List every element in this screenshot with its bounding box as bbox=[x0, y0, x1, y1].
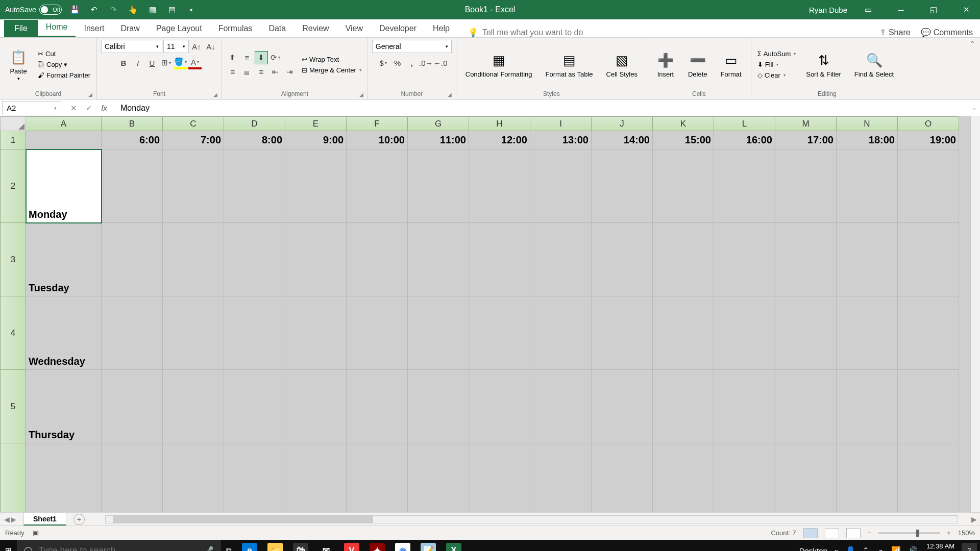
share-button[interactable]: ⇪Share bbox=[879, 28, 911, 37]
row-header-1[interactable]: 1 bbox=[1, 131, 26, 149]
cell-K4[interactable] bbox=[653, 296, 714, 370]
sort-filter-button[interactable]: ⇅Sort & Filter bbox=[801, 49, 846, 80]
autosave-toggle[interactable]: AutoSave Off bbox=[5, 5, 62, 15]
sheet-tab-active[interactable]: Sheet1 bbox=[23, 513, 66, 525]
cell-L2[interactable] bbox=[714, 149, 775, 223]
insert-cells-button[interactable]: ➕Insert bbox=[651, 49, 680, 80]
app-pinned-1[interactable]: ✦ bbox=[364, 540, 390, 551]
cell-B6[interactable] bbox=[102, 443, 163, 513]
font-color-button[interactable]: A bbox=[188, 56, 202, 69]
cell-A1[interactable] bbox=[26, 131, 102, 149]
col-header-L[interactable]: L bbox=[714, 117, 775, 131]
alignment-launcher-icon[interactable]: ◢ bbox=[359, 92, 363, 97]
decrease-indent-icon[interactable]: ⇤ bbox=[269, 65, 282, 79]
cell-D4[interactable] bbox=[224, 296, 285, 370]
maximize-button[interactable]: ◱ bbox=[922, 0, 945, 19]
cell-J2[interactable] bbox=[592, 149, 653, 223]
font-size-combo[interactable]: 11▾ bbox=[163, 40, 189, 53]
undo-icon[interactable]: ↶ bbox=[88, 4, 101, 16]
cell-styles-button[interactable]: ▧Cell Styles bbox=[601, 49, 643, 80]
cell-K1[interactable]: 15:00 bbox=[653, 131, 714, 149]
cell-B5[interactable] bbox=[102, 370, 163, 443]
cell-N4[interactable] bbox=[837, 296, 898, 370]
col-header-A[interactable]: A bbox=[26, 117, 102, 131]
cell-I6[interactable] bbox=[530, 443, 592, 513]
row-header-3[interactable]: 3 bbox=[1, 223, 26, 296]
cell-J4[interactable] bbox=[592, 296, 653, 370]
cell-C5[interactable] bbox=[163, 370, 224, 443]
cell-K6[interactable] bbox=[653, 443, 714, 513]
underline-button[interactable]: U bbox=[145, 56, 159, 69]
prev-sheet-icon[interactable]: ◀ bbox=[4, 515, 10, 523]
cell-E3[interactable] bbox=[285, 223, 347, 296]
increase-indent-icon[interactable]: ⇥ bbox=[283, 65, 297, 79]
cell-G6[interactable] bbox=[408, 443, 469, 513]
tab-home[interactable]: Home bbox=[38, 18, 76, 37]
comma-format-icon[interactable]: , bbox=[405, 56, 419, 69]
spreadsheet-grid[interactable]: ABCDEFGHIJKLMNO16:007:008:009:0010:0011:… bbox=[0, 116, 980, 512]
expand-formula-bar-icon[interactable]: ⌄ bbox=[968, 105, 980, 111]
cell-J6[interactable] bbox=[592, 443, 653, 513]
cell-G1[interactable]: 11:00 bbox=[408, 131, 469, 149]
zoom-slider[interactable] bbox=[878, 532, 940, 534]
format-painter-button[interactable]: 🖌Format Painter bbox=[36, 70, 92, 80]
page-layout-view-button[interactable] bbox=[825, 528, 839, 538]
cell-D5[interactable] bbox=[224, 370, 285, 443]
format-as-table-button[interactable]: ▤Format as Table bbox=[541, 49, 598, 80]
border-button[interactable]: ⊞ bbox=[160, 56, 173, 69]
row-header-2[interactable]: 2 bbox=[1, 149, 26, 223]
col-header-K[interactable]: K bbox=[653, 117, 714, 131]
tab-review[interactable]: Review bbox=[294, 20, 337, 37]
minimize-button[interactable]: ─ bbox=[889, 0, 913, 19]
tray-up-icon[interactable]: ⌃ bbox=[863, 546, 869, 551]
cell-N2[interactable] bbox=[837, 149, 898, 223]
tab-help[interactable]: Help bbox=[425, 20, 458, 37]
col-header-E[interactable]: E bbox=[285, 117, 347, 131]
font-name-combo[interactable]: Calibri▾ bbox=[101, 40, 162, 53]
wrap-text-button[interactable]: ↩Wrap Text bbox=[300, 55, 363, 64]
app-chrome[interactable]: ◉ bbox=[390, 540, 415, 551]
user-name[interactable]: Ryan Dube bbox=[809, 6, 847, 14]
cell-N3[interactable] bbox=[837, 223, 898, 296]
onedrive-icon[interactable]: ☁ bbox=[876, 546, 884, 551]
align-bottom-icon[interactable]: ⬇̲ bbox=[255, 51, 268, 64]
taskbar-search[interactable]: ◯ 🎤 bbox=[17, 540, 221, 551]
zoom-out-button[interactable]: − bbox=[868, 529, 872, 537]
cell-H2[interactable] bbox=[469, 149, 530, 223]
fill-color-button[interactable]: 🪣 bbox=[174, 56, 187, 69]
cell-A3[interactable]: Tuesday bbox=[26, 223, 102, 296]
cell-O6[interactable] bbox=[898, 443, 959, 513]
cell-N1[interactable]: 18:00 bbox=[837, 131, 898, 149]
col-header-D[interactable]: D bbox=[224, 117, 285, 131]
cell-C4[interactable] bbox=[163, 296, 224, 370]
select-all-button[interactable] bbox=[1, 117, 26, 131]
cell-O1[interactable]: 19:00 bbox=[898, 131, 959, 149]
add-sheet-button[interactable]: + bbox=[74, 514, 85, 525]
cell-O4[interactable] bbox=[898, 296, 959, 370]
cell-B3[interactable] bbox=[102, 223, 163, 296]
cell-M5[interactable] bbox=[775, 370, 837, 443]
autosum-button[interactable]: ΣAutoSum bbox=[755, 49, 798, 59]
tell-me-search[interactable]: 💡 bbox=[468, 28, 615, 37]
cell-A6[interactable] bbox=[26, 443, 102, 513]
overflow-icon[interactable]: » bbox=[835, 546, 839, 552]
next-sheet-icon[interactable]: ▶ bbox=[11, 515, 16, 523]
vertical-scrollbar[interactable] bbox=[970, 116, 980, 512]
qat-icon-2[interactable]: ▤ bbox=[166, 4, 178, 16]
cell-L4[interactable] bbox=[714, 296, 775, 370]
cell-A5[interactable]: Thursday bbox=[26, 370, 102, 443]
cut-button[interactable]: ✂Cut bbox=[36, 49, 92, 59]
decrease-font-icon[interactable]: A↓ bbox=[204, 40, 217, 53]
cell-H4[interactable] bbox=[469, 296, 530, 370]
cell-C3[interactable] bbox=[163, 223, 224, 296]
cell-K3[interactable] bbox=[653, 223, 714, 296]
start-button[interactable]: ⊞ bbox=[0, 540, 17, 551]
col-header-N[interactable]: N bbox=[837, 117, 898, 131]
align-left-icon[interactable]: ≡ bbox=[226, 65, 239, 79]
italic-button[interactable]: I bbox=[131, 56, 144, 69]
cell-K2[interactable] bbox=[653, 149, 714, 223]
app-mail[interactable]: ✉ bbox=[313, 540, 339, 551]
col-header-J[interactable]: J bbox=[592, 117, 653, 131]
tab-draw[interactable]: Draw bbox=[112, 20, 148, 37]
cell-G5[interactable] bbox=[408, 370, 469, 443]
